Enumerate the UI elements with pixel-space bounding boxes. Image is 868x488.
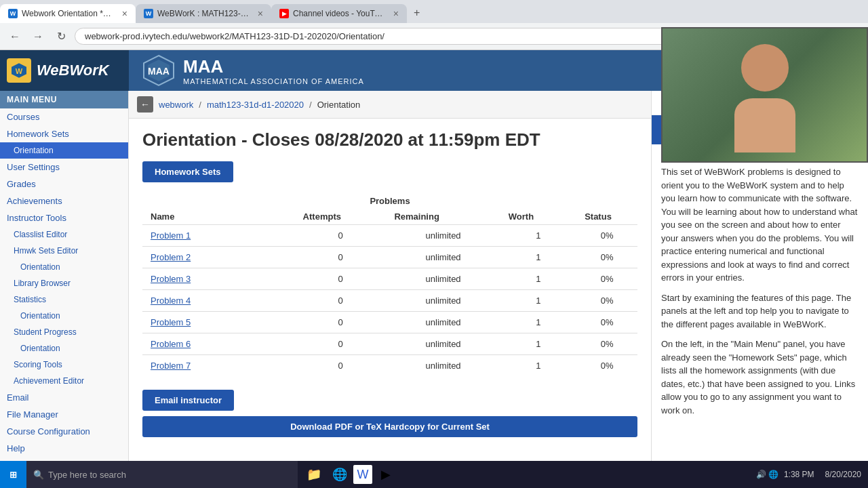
problem-remaining-4: unlimited: [386, 290, 500, 312]
problem-link-5[interactable]: Problem 5: [151, 317, 191, 327]
email-instructor-button[interactable]: Email instructor: [142, 390, 234, 411]
maa-hexagon-icon: MAA: [142, 54, 175, 87]
sidebar-item-classlist-editor[interactable]: Classlist Editor: [0, 226, 128, 243]
sidebar-item-courses[interactable]: Courses: [0, 108, 128, 125]
sidebar-item-email[interactable]: Email: [0, 389, 128, 406]
download-pdf-button[interactable]: Download PDF or TeX Hardcopy for Current…: [142, 416, 637, 437]
problem-worth-3: 1: [500, 268, 576, 290]
problem-status-7: 0%: [576, 355, 637, 377]
breadcrumb: ← webwork / math123-31d-d1-202020 / Orie…: [129, 91, 651, 119]
ww-logo-area: W WeBWorK: [0, 50, 129, 91]
problem-link-7[interactable]: Problem 7: [151, 361, 191, 371]
new-tab-button[interactable]: +: [407, 3, 427, 23]
tab-webwork-orientation[interactable]: W Webwork Orientation *Optional ×: [0, 4, 136, 23]
sidebar-item-course-configuration[interactable]: Course Configuration: [0, 423, 128, 440]
problem-attempts-1: 0: [295, 225, 387, 247]
problem-remaining-6: unlimited: [386, 333, 500, 355]
sidebar-item-orientation-sub3[interactable]: Orientation: [0, 340, 128, 357]
tab-close-1[interactable]: ×: [122, 8, 127, 19]
sidebar-item-grades[interactable]: Grades: [0, 176, 128, 192]
right-panel-description: This set of WeBWorK problems is designed…: [652, 165, 868, 430]
problem-attempts-5: 0: [295, 312, 387, 333]
tab-webwork-math[interactable]: W WeBWorK : MATH123-31D-D1-2... ×: [136, 4, 271, 23]
problem-remaining-3: unlimited: [386, 268, 500, 290]
problem-link-3[interactable]: Problem 3: [151, 274, 191, 284]
problem-attempts-2: 0: [295, 247, 387, 268]
col-header-name: Name: [142, 209, 295, 225]
sidebar-item-orientation[interactable]: Orientation: [0, 142, 128, 159]
taskbar-app-explorer[interactable]: 📁: [302, 462, 326, 487]
breadcrumb-sep2: /: [309, 100, 312, 110]
sidebar-item-scoring-tools[interactable]: Scoring Tools: [0, 357, 128, 373]
table-row: Problem 3 0 unlimited 1 0%: [142, 268, 637, 290]
problem-attempts-3: 0: [295, 268, 387, 290]
homework-sets-button[interactable]: Homework Sets: [142, 161, 233, 182]
table-row: Problem 5 0 unlimited 1 0%: [142, 312, 637, 333]
tray-icons: 🔊 🌐: [756, 470, 778, 479]
tab-close-2[interactable]: ×: [258, 8, 263, 19]
problem-link-6[interactable]: Problem 6: [151, 339, 191, 349]
taskbar-app-word[interactable]: W: [353, 465, 372, 484]
sidebar-item-help[interactable]: Help: [0, 440, 128, 457]
start-button[interactable]: ⊞: [0, 461, 26, 488]
forward-button[interactable]: →: [28, 27, 47, 46]
breadcrumb-webwork[interactable]: webwork: [159, 100, 193, 110]
breadcrumb-course[interactable]: math123-31d-d1-202020: [207, 100, 304, 110]
sidebar-item-statistics[interactable]: Statistics: [0, 291, 128, 308]
maa-text: MAA Mathematical Association of America: [183, 56, 364, 85]
reload-button[interactable]: ↻: [52, 27, 71, 46]
svg-text:W: W: [16, 67, 23, 75]
taskbar-app-edge[interactable]: 🌐: [328, 462, 352, 487]
col-header-attempts: Attempts: [295, 209, 387, 225]
sidebar-item-student-progress[interactable]: Student Progress: [0, 324, 128, 340]
action-buttons: Email instructor Download PDF or TeX Har…: [142, 390, 637, 437]
tab-label-1: Webwork Orientation *Optional: [22, 9, 115, 18]
sidebar-item-achievements[interactable]: Achievements: [0, 192, 128, 209]
back-button[interactable]: ←: [5, 27, 24, 46]
taskbar: ⊞ 🔍 📁 🌐 W ▶ 🔊 🌐 1:38 PM 8/20/2020: [0, 461, 868, 488]
sidebar-item-homework-sets[interactable]: Homework Sets: [0, 125, 128, 142]
problem-attempts-7: 0: [295, 355, 387, 377]
sidebar-item-library-browser[interactable]: Library Browser: [0, 275, 128, 291]
sidebar-item-orientation-sub2[interactable]: Orientation: [0, 308, 128, 324]
page-content: Orientation - Closes 08/28/2020 at 11:59…: [129, 119, 651, 448]
problem-link-2[interactable]: Problem 2: [151, 252, 191, 262]
table-row: Problem 6 0 unlimited 1 0%: [142, 333, 637, 355]
system-date: 8/20/2020: [825, 470, 861, 479]
ww-logo-icon: W: [7, 58, 31, 83]
tab-favicon-2: W: [144, 9, 153, 18]
taskbar-search[interactable]: 🔍: [26, 461, 298, 488]
problem-status-4: 0%: [576, 290, 637, 312]
windows-icon: ⊞: [9, 470, 17, 480]
problem-link-1[interactable]: Problem 1: [151, 230, 191, 241]
sidebar-item-instructor-tools[interactable]: Instructor Tools: [0, 209, 128, 226]
taskbar-app-media[interactable]: ▶: [374, 462, 398, 487]
taskbar-tray: 🔊 🌐 1:38 PM 8/20/2020: [749, 470, 868, 479]
sidebar-main-menu-label: MAIN MENU: [0, 91, 128, 108]
sidebar-item-orientation-sub1[interactable]: Orientation: [0, 259, 128, 275]
browser-tabs: W Webwork Orientation *Optional × W WeBW…: [0, 0, 868, 23]
maa-logo: MAA: [142, 54, 175, 87]
problem-attempts-6: 0: [295, 333, 387, 355]
col-header-remaining: Remaining: [386, 209, 500, 225]
webcam-overlay: [661, 27, 868, 163]
problem-worth-4: 1: [500, 290, 576, 312]
problem-worth-2: 1: [500, 247, 576, 268]
problem-link-4[interactable]: Problem 4: [151, 296, 191, 306]
tab-close-3[interactable]: ×: [393, 8, 399, 19]
breadcrumb-back-button[interactable]: ←: [137, 96, 153, 113]
tab-youtube[interactable]: ▶ Channel videos - YouTube Studio ×: [271, 4, 407, 23]
problem-attempts-4: 0: [295, 290, 387, 312]
maa-abbr: MAA: [183, 56, 364, 77]
search-input[interactable]: [48, 470, 291, 480]
tab-label-3: Channel videos - YouTube Studio: [293, 9, 387, 18]
problem-remaining-1: unlimited: [386, 225, 500, 247]
svg-text:MAA: MAA: [148, 66, 170, 77]
sidebar-item-user-settings[interactable]: User Settings: [0, 159, 128, 176]
sidebar-item-hmwk-sets-editor[interactable]: Hmwk Sets Editor: [0, 243, 128, 259]
sidebar-item-file-manager[interactable]: File Manager: [0, 406, 128, 423]
problem-status-3: 0%: [576, 268, 637, 290]
sidebar-item-achievement-editor[interactable]: Achievement Editor: [0, 373, 128, 389]
sidebar: MAIN MENU Courses Homework Sets Orientat…: [0, 91, 129, 488]
problem-worth-7: 1: [500, 355, 576, 377]
